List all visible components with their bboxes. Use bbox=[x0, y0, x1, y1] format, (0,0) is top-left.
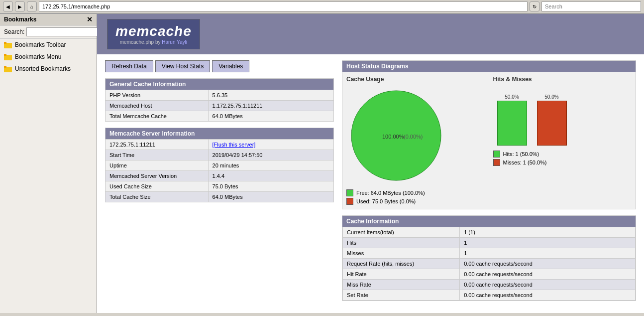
diagrams-section: Host Status Diagrams Cache Usage 100.00% bbox=[342, 60, 636, 209]
table-row: Uptime 20 minutes bbox=[106, 160, 334, 171]
table-row: Memcached Host 1.172.25.75.1:11211 bbox=[106, 101, 334, 111]
sidebar-item-bookmarks-menu[interactable]: Bookmarks Menu bbox=[0, 51, 97, 63]
bookmarks-sidebar: Bookmarks ✕ Search: 🔍 Bookmarks Toolbar … bbox=[0, 14, 97, 313]
url-bar[interactable] bbox=[39, 1, 528, 11]
hits-misses-diagram: Hits & Misses 50.0% 50.0% bbox=[493, 76, 632, 205]
page-header: memcache memcache.php by Harun Yayli bbox=[97, 14, 644, 54]
misses-pct-label: 50.0% bbox=[544, 94, 558, 100]
variables-button[interactable]: Variables bbox=[212, 60, 249, 72]
legend-color-hits bbox=[493, 151, 500, 158]
legend-color-free bbox=[346, 189, 353, 196]
browser-chrome: ◀ ▶ ⌂ ↻ bbox=[0, 0, 644, 14]
sidebar-search-input[interactable] bbox=[26, 27, 100, 36]
cache-usage-title: Cache Usage bbox=[346, 76, 485, 83]
table-row: PHP Version 5.6.35 bbox=[106, 90, 334, 101]
view-host-stats-button[interactable]: View Host Stats bbox=[155, 60, 210, 72]
pie-legend: Free: 64.0 MBytes (100.0%) Used: 75.0 By… bbox=[346, 189, 425, 205]
hits-misses-title: Hits & Misses bbox=[493, 76, 632, 83]
pie-container: 100.00% (0.00%) Free: 64.0 MBytes (100.0… bbox=[346, 86, 485, 205]
logo-title: memcache bbox=[115, 23, 192, 39]
table-row: Start Time 2019/04/29 14:57:50 bbox=[106, 150, 334, 160]
svg-text:100.00%: 100.00% bbox=[382, 134, 404, 140]
bar-chart-container: 50.0% 50.0% bbox=[493, 86, 632, 166]
sidebar-title: Bookmarks bbox=[4, 16, 36, 23]
legend-hits: Hits: 1 (50.0%) bbox=[493, 151, 632, 158]
hits-bar bbox=[497, 101, 527, 146]
bar-legend: Hits: 1 (50.0%) Misses: 1 (50.0%) bbox=[493, 151, 632, 166]
misses-bar-wrapper: 50.0% bbox=[537, 94, 567, 146]
svg-rect-6 bbox=[4, 66, 6, 68]
bar-chart: 50.0% 50.0% bbox=[493, 86, 632, 146]
misses-bar bbox=[537, 101, 567, 146]
table-row: Miss Rate 0.00 cache requests/second bbox=[343, 280, 636, 290]
home-button[interactable]: ⌂ bbox=[27, 1, 37, 11]
legend-misses-label: Misses: 1 (50.0%) bbox=[503, 159, 547, 165]
table-row: Total Memcache Cache 64.0 MBytes bbox=[106, 111, 334, 122]
sidebar-item-bookmarks-toolbar[interactable]: Bookmarks Toolbar bbox=[0, 39, 97, 51]
legend-free: Free: 64.0 MBytes (100.0%) bbox=[346, 189, 425, 196]
hits-bar-wrapper: 50.0% bbox=[497, 94, 527, 146]
button-row: Refresh Data View Host Stats Variables bbox=[105, 60, 334, 72]
svg-rect-2 bbox=[4, 42, 6, 44]
cache-info-section: Cache Information Current Items(total) 1… bbox=[342, 215, 636, 301]
diagrams-header: Host Status Diagrams bbox=[342, 61, 636, 72]
diagrams-body: Cache Usage 100.00% (0.00%) bbox=[342, 72, 636, 209]
total-cache-value: 64.0 MBytes bbox=[208, 111, 333, 122]
table-row: Total Cache Size 64.0 MBytes bbox=[106, 192, 334, 202]
flush-server-link[interactable]: [Flush this server] bbox=[208, 140, 333, 150]
main-layout: Bookmarks ✕ Search: 🔍 Bookmarks Toolbar … bbox=[0, 14, 644, 313]
php-version-value: 5.6.35 bbox=[208, 90, 333, 101]
legend-free-label: Free: 64.0 MBytes (100.0%) bbox=[356, 190, 425, 196]
table-row: Request Rate (hits, misses) 0.00 cache r… bbox=[343, 259, 636, 269]
sidebar-header: Bookmarks ✕ bbox=[0, 14, 97, 25]
author-link[interactable]: Harun Yayli bbox=[162, 39, 187, 45]
content-area: Refresh Data View Host Stats Variables G… bbox=[97, 54, 644, 307]
table-row: Used Cache Size 75.0 Bytes bbox=[106, 181, 334, 192]
legend-misses: Misses: 1 (50.0%) bbox=[493, 159, 632, 166]
svg-rect-4 bbox=[4, 54, 6, 56]
logo-subtitle: memcache.php by Harun Yayli bbox=[115, 39, 192, 45]
server-info-table: Memcache Server Information 172.25.75.1:… bbox=[105, 128, 334, 202]
pie-chart: 100.00% (0.00%) bbox=[346, 86, 446, 185]
sidebar-search-label: Search: bbox=[4, 28, 24, 35]
server-address: 172.25.75.1:11211 bbox=[106, 140, 209, 150]
table-row: Hits 1 bbox=[343, 238, 636, 248]
table-row: Set Rate 0.00 cache requests/second bbox=[343, 290, 636, 301]
sidebar-item-label-3: Unsorted Bookmarks bbox=[15, 65, 71, 72]
svg-text:(0.00%): (0.00%) bbox=[404, 134, 423, 140]
browser-search-input[interactable] bbox=[541, 1, 641, 11]
table-row: Misses 1 bbox=[343, 248, 636, 259]
main-content: memcache memcache.php by Harun Yayli Ref… bbox=[97, 14, 644, 313]
memcached-host-label: Memcached Host bbox=[106, 101, 209, 111]
cache-info-header: Cache Information bbox=[342, 216, 636, 227]
server-info-header: Memcache Server Information bbox=[106, 128, 334, 140]
browser-toolbar: ◀ ▶ ⌂ ↻ bbox=[0, 0, 644, 13]
legend-color-used bbox=[346, 198, 353, 205]
total-cache-label: Total Memcache Cache bbox=[106, 111, 209, 122]
sidebar-item-label: Bookmarks Toolbar bbox=[15, 41, 66, 48]
legend-used: Used: 75.0 Bytes (0.0%) bbox=[346, 198, 425, 205]
cache-usage-diagram: Cache Usage 100.00% (0.00%) bbox=[346, 76, 485, 205]
folder-icon bbox=[4, 41, 12, 49]
refresh-data-button[interactable]: Refresh Data bbox=[105, 60, 153, 72]
back-button[interactable]: ◀ bbox=[3, 1, 13, 11]
logo-box: memcache memcache.php by Harun Yayli bbox=[107, 19, 200, 49]
left-panel: Refresh Data View Host Stats Variables G… bbox=[105, 60, 334, 301]
general-cache-table: General Cache Information PHP Version 5.… bbox=[105, 78, 334, 122]
table-row: Hit Rate 0.00 cache requests/second bbox=[343, 269, 636, 280]
right-panel: Host Status Diagrams Cache Usage 100.00% bbox=[342, 60, 636, 301]
sidebar-item-unsorted[interactable]: Unsorted Bookmarks bbox=[0, 63, 97, 75]
legend-color-misses bbox=[493, 159, 500, 166]
table-row: Memcached Server Version 1.4.4 bbox=[106, 171, 334, 181]
legend-used-label: Used: 75.0 Bytes (0.0%) bbox=[356, 198, 416, 204]
close-sidebar-button[interactable]: ✕ bbox=[87, 16, 93, 23]
hits-pct-label: 50.0% bbox=[505, 94, 519, 100]
sidebar-item-label-2: Bookmarks Menu bbox=[15, 53, 61, 60]
forward-button[interactable]: ▶ bbox=[15, 1, 25, 11]
folder-icon-3 bbox=[4, 65, 12, 73]
reload-button[interactable]: ↻ bbox=[530, 1, 539, 11]
php-version-label: PHP Version bbox=[106, 90, 209, 101]
legend-hits-label: Hits: 1 (50.0%) bbox=[503, 151, 539, 157]
general-cache-header: General Cache Information bbox=[106, 79, 334, 90]
folder-icon-2 bbox=[4, 53, 12, 61]
